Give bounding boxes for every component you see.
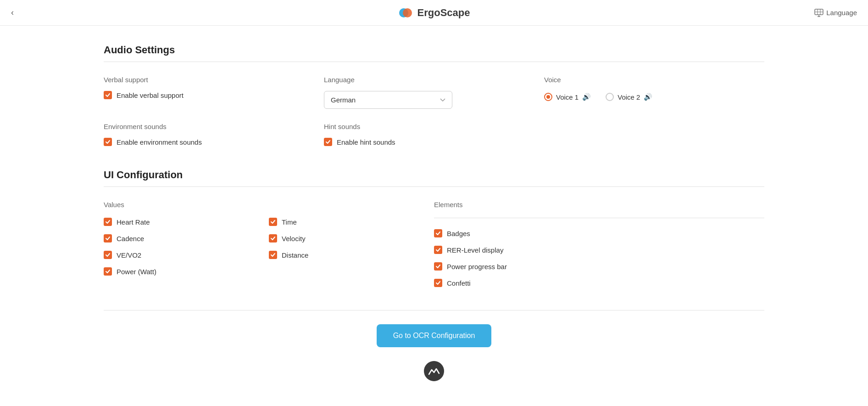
elements-divider bbox=[434, 218, 764, 218]
time-label: Time bbox=[282, 218, 297, 226]
app-logo: ErgoScape bbox=[398, 6, 470, 20]
logo-icon bbox=[398, 6, 413, 20]
check-icon bbox=[105, 252, 111, 258]
voice-col: Voice Voice 1 🔊 Voice 2 🔊 bbox=[544, 76, 764, 109]
time-checkbox[interactable] bbox=[269, 218, 277, 226]
values-items-grid: Heart Rate Time bbox=[104, 218, 434, 276]
hint-sounds-col: Hint sounds Enable hint sounds bbox=[324, 123, 544, 146]
audio-settings-title: Audio Settings bbox=[104, 44, 764, 56]
voice1-radio[interactable] bbox=[544, 93, 552, 101]
power-watt-checkbox[interactable] bbox=[104, 267, 112, 276]
check-icon bbox=[105, 92, 111, 98]
hint-sounds-label: Hint sounds bbox=[324, 123, 544, 130]
voice1-radio-inner bbox=[546, 95, 550, 99]
badges-item: Badges bbox=[434, 229, 764, 237]
verbal-support-col: Verbal support Enable verbal support bbox=[104, 76, 324, 109]
env-sounds-label: Environment sounds bbox=[104, 123, 324, 130]
check-icon bbox=[435, 231, 441, 236]
elements-label: Elements bbox=[434, 201, 764, 209]
audio-divider bbox=[104, 62, 764, 62]
distance-item: Distance bbox=[269, 251, 434, 259]
language-selector[interactable]: Language bbox=[814, 9, 857, 17]
back-button[interactable]: ‹ bbox=[11, 8, 14, 17]
voice2-radio[interactable] bbox=[606, 93, 614, 101]
voice1-label: Voice 1 bbox=[556, 93, 579, 101]
check-icon bbox=[270, 252, 276, 258]
vevo2-item: VE/VO2 bbox=[104, 251, 269, 259]
audio-grid: Verbal support Enable verbal support Lan… bbox=[104, 76, 764, 146]
bottom-logo bbox=[104, 361, 764, 381]
audio-settings-section: Audio Settings Verbal support Enable ver… bbox=[104, 44, 764, 146]
voice-label: Voice bbox=[544, 76, 764, 84]
confetti-checkbox[interactable] bbox=[434, 279, 442, 287]
voice2-option[interactable]: Voice 2 🔊 bbox=[606, 93, 652, 101]
voice2-label: Voice 2 bbox=[618, 93, 640, 101]
elements-list: Badges RER-Level display bbox=[434, 229, 764, 287]
vevo2-checkbox[interactable] bbox=[104, 251, 112, 259]
cadence-checkbox[interactable] bbox=[104, 234, 112, 242]
app-name: ErgoScape bbox=[417, 7, 470, 19]
rer-level-label: RER-Level display bbox=[447, 246, 503, 254]
hint-sounds-checkbox[interactable] bbox=[324, 138, 332, 146]
elements-col: Elements Badges bbox=[434, 201, 764, 287]
check-icon bbox=[325, 139, 331, 145]
env-sounds-checkbox-label: Enable environment sounds bbox=[117, 138, 202, 146]
values-label: Values bbox=[104, 201, 434, 209]
bottom-logo-circle bbox=[424, 361, 444, 381]
velocity-label: Velocity bbox=[282, 235, 306, 242]
check-icon bbox=[270, 219, 276, 225]
check-icon bbox=[435, 280, 441, 286]
verbal-support-label: Verbal support bbox=[104, 76, 324, 84]
power-progress-item: Power progress bar bbox=[434, 262, 764, 271]
svg-point-1 bbox=[403, 8, 412, 17]
check-icon bbox=[435, 264, 441, 269]
check-icon bbox=[270, 236, 276, 241]
velocity-checkbox[interactable] bbox=[269, 234, 277, 242]
power-progress-checkbox[interactable] bbox=[434, 262, 442, 271]
env-sounds-checkbox[interactable] bbox=[104, 138, 112, 146]
power-watt-item: Power (Watt) bbox=[104, 267, 269, 276]
badges-checkbox[interactable] bbox=[434, 229, 442, 237]
heart-rate-checkbox[interactable] bbox=[104, 218, 112, 226]
env-sounds-row: Enable environment sounds bbox=[104, 138, 324, 146]
verbal-support-checkbox-label: Enable verbal support bbox=[117, 91, 184, 99]
power-progress-label: Power progress bar bbox=[447, 263, 507, 271]
ocr-config-button[interactable]: Go to OCR Configuration bbox=[377, 324, 492, 347]
ui-config-section: UI Configuration Values Heart Rate bbox=[104, 169, 764, 287]
values-col: Values Heart Rate bbox=[104, 201, 434, 287]
verbal-support-checkbox[interactable] bbox=[104, 91, 112, 99]
language-col-label: Language bbox=[324, 76, 544, 84]
check-icon bbox=[105, 139, 111, 145]
hint-sounds-checkbox-label: Enable hint sounds bbox=[337, 138, 395, 146]
bottom-logo-icon bbox=[428, 366, 440, 376]
language-icon bbox=[814, 9, 823, 17]
heart-rate-label: Heart Rate bbox=[117, 218, 150, 226]
vevo2-label: VE/VO2 bbox=[117, 251, 141, 259]
check-icon bbox=[435, 247, 441, 253]
check-icon bbox=[105, 236, 111, 241]
ui-config-title: UI Configuration bbox=[104, 169, 764, 181]
cadence-item: Cadence bbox=[104, 234, 269, 242]
confetti-label: Confetti bbox=[447, 279, 471, 287]
main-content: Audio Settings Verbal support Enable ver… bbox=[67, 26, 801, 406]
time-item: Time bbox=[269, 218, 434, 226]
verbal-support-row: Enable verbal support bbox=[104, 91, 324, 99]
rer-level-checkbox[interactable] bbox=[434, 246, 442, 254]
distance-label: Distance bbox=[282, 251, 308, 259]
check-icon bbox=[105, 219, 111, 225]
language-col: Language German English French Spanish bbox=[324, 76, 544, 109]
bottom-divider bbox=[104, 310, 764, 310]
bottom-action: Go to OCR Configuration bbox=[104, 324, 764, 347]
language-dropdown[interactable]: German English French Spanish bbox=[324, 91, 452, 109]
rer-level-item: RER-Level display bbox=[434, 246, 764, 254]
distance-checkbox[interactable] bbox=[269, 251, 277, 259]
heart-rate-item: Heart Rate bbox=[104, 218, 269, 226]
hint-sounds-row: Enable hint sounds bbox=[324, 138, 544, 146]
voice-options: Voice 1 🔊 Voice 2 🔊 bbox=[544, 93, 764, 101]
cadence-label: Cadence bbox=[117, 235, 144, 242]
check-icon bbox=[105, 269, 111, 274]
voice1-option[interactable]: Voice 1 🔊 bbox=[544, 93, 591, 101]
env-sounds-col: Environment sounds Enable environment so… bbox=[104, 123, 324, 146]
voice1-speaker-icon: 🔊 bbox=[582, 93, 591, 101]
header: ‹ ErgoScape Language bbox=[0, 0, 868, 26]
